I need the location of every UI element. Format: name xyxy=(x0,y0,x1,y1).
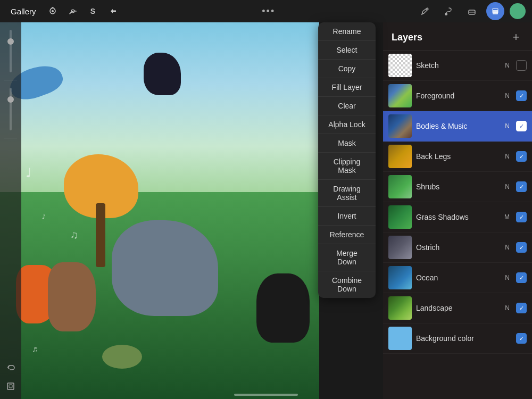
layer-sketch-mode: N xyxy=(505,62,510,69)
fill-layer-item[interactable]: Fill Layer xyxy=(318,78,376,97)
layer-ostrich-thumbnail xyxy=(388,236,412,259)
copy-item[interactable]: Copy xyxy=(318,60,376,78)
layer-landscape-thumbnail xyxy=(388,296,412,320)
layer-foreground-mode: N xyxy=(505,92,510,99)
layers-title: Layers xyxy=(392,32,422,43)
layer-sketch[interactable]: SketchN xyxy=(383,51,532,81)
canvas-gorilla xyxy=(256,273,310,343)
music-note-3: ♫ xyxy=(70,229,78,241)
layer-grass-name: Grass Shadows xyxy=(416,213,500,221)
layer-landscape-mode: N xyxy=(505,304,510,312)
alpha-lock-item[interactable]: Alpha Lock xyxy=(318,115,376,134)
mask-item[interactable]: Mask xyxy=(318,134,376,153)
layer-grass-thumbnail xyxy=(388,205,412,229)
layer-sketch-checkbox[interactable] xyxy=(516,60,527,71)
layer-bodies-thumbnail xyxy=(388,114,412,138)
paint-tool-button[interactable] xyxy=(439,2,458,20)
layer-ocean-checkbox[interactable] xyxy=(516,272,527,283)
combine-down-item[interactable]: Combine Down xyxy=(318,271,376,298)
clear-item[interactable]: Clear xyxy=(318,97,376,115)
layer-landscape-name: Landscape xyxy=(416,304,501,312)
svg-rect-6 xyxy=(7,383,14,389)
undo-button[interactable] xyxy=(3,361,18,376)
layer-bodies-name: Bodies & Music xyxy=(416,122,501,130)
clipping-mask-item[interactable]: Clipping Mask xyxy=(318,153,376,180)
layer-ostrich-checkbox[interactable] xyxy=(516,242,527,253)
layer-bgcol-checkbox[interactable] xyxy=(516,333,527,344)
layer-ocean[interactable]: OceanN xyxy=(383,263,532,293)
layer-bodies[interactable]: Bodies & MusicN xyxy=(383,111,532,142)
invert-item[interactable]: Invert xyxy=(318,207,376,226)
layer-shrubs[interactable]: ShrubsN xyxy=(383,172,532,202)
canvas-bird xyxy=(144,53,181,95)
layer-sketch-name: Sketch xyxy=(416,61,501,70)
move-tool-button[interactable] xyxy=(105,3,121,19)
layer-bodies-mode: N xyxy=(505,122,510,130)
svg-point-2 xyxy=(445,13,447,15)
layer-foreground[interactable]: ForegroundN xyxy=(383,81,532,111)
topbar-left: Gallery S xyxy=(6,3,121,19)
layers-list[interactable]: SketchNForegroundNBodies & MusicNBack Le… xyxy=(383,51,532,399)
modify-tool-button[interactable] xyxy=(45,3,61,19)
eraser-tool-button[interactable] xyxy=(463,2,481,20)
layer-foreground-thumbnail xyxy=(388,84,412,107)
opacity-slider[interactable] xyxy=(10,88,12,130)
svg-point-0 xyxy=(52,10,54,12)
smudge-tool-button[interactable]: S xyxy=(85,3,101,19)
layer-grass-checkbox[interactable] xyxy=(516,212,527,222)
canvas-area: ♩ ♪ ♫ ♬ xyxy=(0,22,319,399)
sidebar-divider-2 xyxy=(4,138,17,138)
layers-panel: Layers + SketchNForegroundNBodies & Musi… xyxy=(383,22,532,399)
color-picker-button[interactable] xyxy=(510,3,526,19)
layer-bodies-checkbox[interactable] xyxy=(516,121,527,131)
layer-shrubs-mode: N xyxy=(505,183,510,190)
layer-ocean-name: Ocean xyxy=(416,273,501,282)
layer-bgcol-name: Background color xyxy=(416,334,505,343)
layer-ostrich[interactable]: OstrichN xyxy=(383,232,532,263)
music-note-4: ♬ xyxy=(32,344,38,354)
left-sidebar xyxy=(0,22,21,399)
music-note-2: ♪ xyxy=(41,211,46,222)
topbar-right xyxy=(416,2,526,20)
layer-bgcol[interactable]: Background color xyxy=(383,323,532,354)
layer-backlegs-mode: N xyxy=(505,153,510,160)
layer-ostrich-mode: N xyxy=(505,244,510,251)
music-note-1: ♩ xyxy=(26,165,31,180)
layer-landscape[interactable]: LandscapeN xyxy=(383,293,532,323)
brush-size-slider[interactable] xyxy=(10,30,12,72)
layers-add-button[interactable]: + xyxy=(509,30,523,45)
select-item[interactable]: Select xyxy=(318,41,376,60)
layer-landscape-checkbox[interactable] xyxy=(516,303,527,313)
layers-tool-button[interactable] xyxy=(486,2,504,20)
layer-shrubs-thumbnail xyxy=(388,175,412,198)
layer-shrubs-checkbox[interactable] xyxy=(516,181,527,192)
context-menu: RenameSelectCopyFill LayerClearAlpha Loc… xyxy=(318,22,376,298)
reference-item[interactable]: Reference xyxy=(318,226,376,244)
layer-sketch-thumbnail xyxy=(388,54,412,77)
more-options-button[interactable]: ••• xyxy=(262,6,275,17)
layer-backlegs-name: Back Legs xyxy=(416,152,501,161)
layer-grass[interactable]: Grass ShadowsM xyxy=(383,202,532,232)
canvas-elephant xyxy=(112,220,218,316)
layer-backlegs[interactable]: Back LegsN xyxy=(383,142,532,172)
canvas-deer xyxy=(48,262,96,331)
layer-bgcol-thumbnail xyxy=(388,327,412,350)
home-indicator xyxy=(234,394,298,396)
layer-foreground-checkbox[interactable] xyxy=(516,90,527,101)
gallery-button[interactable]: Gallery xyxy=(6,5,40,18)
drawing-assist-item[interactable]: Drawing Assist xyxy=(318,180,376,207)
merge-down-item[interactable]: Merge Down xyxy=(318,244,376,271)
transform-button[interactable] xyxy=(3,379,18,394)
layer-backlegs-thumbnail xyxy=(388,145,412,168)
brush-adjust-button[interactable] xyxy=(65,3,81,19)
layer-grass-mode: M xyxy=(504,213,510,221)
rename-item[interactable]: Rename xyxy=(318,22,376,41)
canvas-tree-trunk xyxy=(96,203,105,267)
layer-shrubs-name: Shrubs xyxy=(416,182,501,191)
svg-rect-4 xyxy=(493,10,498,14)
topbar: Gallery S ••• xyxy=(0,0,532,22)
layers-header: Layers + xyxy=(383,22,532,51)
topbar-center: ••• xyxy=(262,6,275,17)
layer-backlegs-checkbox[interactable] xyxy=(516,151,527,162)
pencil-tool-button[interactable] xyxy=(416,2,434,20)
